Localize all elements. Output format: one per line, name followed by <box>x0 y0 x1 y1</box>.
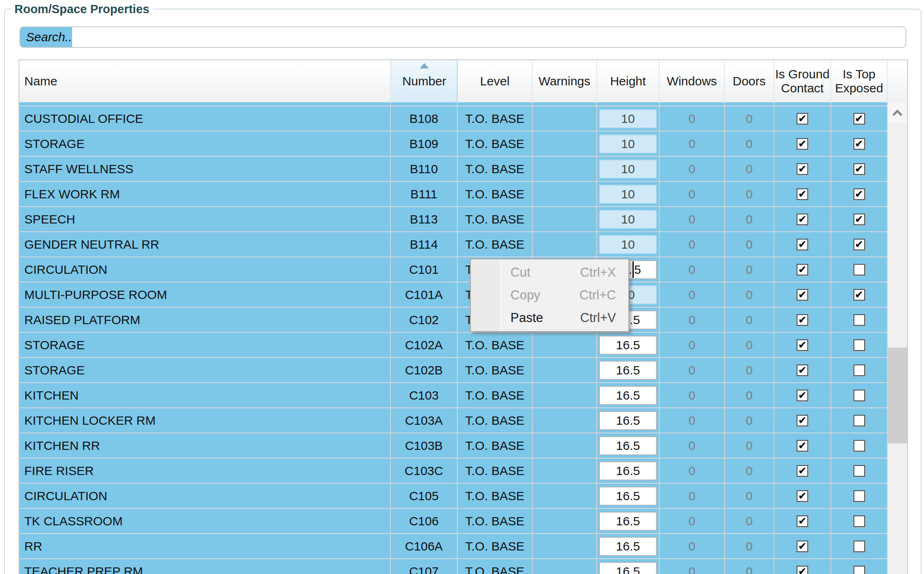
is-top-exposed-checkbox[interactable]: ✔ <box>853 239 865 250</box>
doors-count-cell: 0 <box>725 308 774 332</box>
table-row[interactable]: KITCHEN RR C103B T.O. BASE 16.5 0 0 ✔ <box>19 433 888 458</box>
scroll-up-button[interactable] <box>888 102 907 123</box>
is-ground-contact-checkbox[interactable]: ✔ <box>797 339 808 351</box>
is-ground-contact-checkbox[interactable]: ✔ <box>797 214 808 225</box>
height-input[interactable]: 16.5 <box>599 436 657 455</box>
height-input[interactable]: 16.5 <box>599 487 657 506</box>
height-input[interactable]: 16.5 <box>599 461 657 480</box>
table-row[interactable]: KITCHEN C103 T.O. BASE 16.5 0 0 ✔ <box>19 383 888 407</box>
is-top-exposed-checkbox[interactable]: ✔ <box>853 138 865 150</box>
table-row[interactable]: SPEECH B113 T.O. BASE 10 0 0 ✔ ✔ <box>19 207 888 231</box>
table-row[interactable]: TEACHER PREP RM C107 T.O. BASE 16.5 0 0 … <box>19 559 888 574</box>
is-top-exposed-checkbox[interactable] <box>853 264 865 275</box>
is-top-exposed-checkbox[interactable] <box>853 490 865 502</box>
is-ground-contact-checkbox[interactable]: ✔ <box>797 365 808 376</box>
room-number-cell: B109 <box>391 132 458 156</box>
is-ground-contact-checkbox[interactable]: ✔ <box>797 415 808 426</box>
is-top-exposed-checkbox[interactable]: ✔ <box>853 163 865 175</box>
height-input[interactable]: 16.5 <box>599 411 657 430</box>
table-row[interactable]: STORAGE C102B T.O. BASE 16.5 0 0 ✔ <box>19 358 888 382</box>
is-ground-contact-checkbox[interactable]: ✔ <box>797 138 808 150</box>
column-header-warnings[interactable]: Warnings <box>533 60 597 102</box>
warnings-cell <box>533 232 597 256</box>
is-ground-contact-checkbox[interactable]: ✔ <box>797 465 808 477</box>
height-input[interactable]: 16.5 <box>599 336 657 355</box>
height-input[interactable]: 16.5 <box>599 537 657 556</box>
is-ground-contact-checkbox[interactable]: ✔ <box>797 390 808 401</box>
is-top-exposed-checkbox[interactable] <box>853 566 865 574</box>
height-input[interactable]: 16.5 <box>599 562 657 574</box>
table-row[interactable]: TK CLASSROOM C106 T.O. BASE 16.5 0 0 ✔ <box>19 509 888 533</box>
is-top-exposed-checkbox[interactable] <box>853 440 865 452</box>
table-row[interactable]: GENDER NEUTRAL RR B114 T.O. BASE 10 0 0 … <box>19 232 888 256</box>
table-row[interactable]: CIRCULATION C105 T.O. BASE 16.5 0 0 ✔ <box>19 484 888 508</box>
table-row[interactable]: MULTI-PURPOSE ROOM C101A T.O. BASE 10 0 … <box>19 282 888 307</box>
height-input[interactable]: 10 <box>599 185 657 204</box>
table-row[interactable]: KITCHEN LOCKER RM C103A T.O. BASE 16.5 0… <box>19 408 888 433</box>
is-top-exposed-checkbox[interactable]: ✔ <box>853 113 865 125</box>
is-top-exposed-checkbox[interactable] <box>853 365 865 376</box>
is-ground-contact-checkbox[interactable]: ✔ <box>797 289 808 301</box>
column-header-name[interactable]: Name <box>19 60 391 102</box>
column-header-number[interactable]: Number <box>391 60 458 102</box>
is-top-exposed-checkbox[interactable] <box>853 314 865 326</box>
is-ground-contact-checkbox[interactable]: ✔ <box>797 515 808 527</box>
height-input[interactable]: 10 <box>599 210 657 229</box>
windows-count-cell: 0 <box>660 333 725 357</box>
table-row[interactable]: CIRCULATION C101 T.O. BASE 16.5 0 0 ✔ <box>19 257 888 282</box>
table-row[interactable]: FIRE RISER C103C T.O. BASE 16.5 0 0 ✔ <box>19 459 888 483</box>
height-input[interactable]: 10 <box>599 134 657 153</box>
is-ground-contact-checkbox[interactable]: ✔ <box>797 163 808 175</box>
column-header-is-top-exposed[interactable]: Is Top Exposed <box>831 60 888 102</box>
column-header-level[interactable]: Level <box>458 60 533 102</box>
is-ground-contact-checkbox[interactable]: ✔ <box>797 188 808 200</box>
column-header-height[interactable]: Height <box>597 60 660 102</box>
table-row[interactable]: STAFF WELLNESS B110 T.O. BASE 10 0 0 ✔ ✔ <box>19 157 888 181</box>
menu-item-label: Paste <box>510 311 543 325</box>
is-ground-contact-checkbox[interactable]: ✔ <box>797 440 808 452</box>
is-top-exposed-checkbox[interactable] <box>853 541 865 552</box>
column-header-is-ground-contact[interactable]: Is Ground Contact <box>774 60 831 102</box>
level-cell: T.O. BASE <box>458 509 533 533</box>
context-menu-item-cut[interactable]: Cut Ctrl+X <box>501 261 628 284</box>
table-row[interactable]: STORAGE B109 T.O. BASE 10 0 0 ✔ ✔ <box>19 132 888 156</box>
is-ground-contact-checkbox[interactable]: ✔ <box>797 264 808 275</box>
room-name-cell: STAFF WELLNESS <box>19 157 391 181</box>
height-input[interactable]: 16.5 <box>599 361 657 380</box>
level-cell: T.O. BASE <box>458 232 533 256</box>
table-row[interactable]: CUSTODIAL OFFICE B108 T.O. BASE 10 0 0 ✔… <box>19 106 888 131</box>
is-ground-contact-checkbox[interactable]: ✔ <box>797 113 808 125</box>
is-ground-contact-checkbox[interactable]: ✔ <box>797 239 808 250</box>
is-ground-contact-checkbox[interactable]: ✔ <box>797 314 808 326</box>
table-row[interactable]: FLEX WORK RM B111 T.O. BASE 10 0 0 ✔ ✔ <box>19 182 888 206</box>
room-number-cell: C102 <box>391 308 458 332</box>
search-input[interactable]: Search.. <box>19 26 906 48</box>
height-input[interactable]: 16.5 <box>599 512 657 531</box>
is-ground-contact-checkbox[interactable]: ✔ <box>797 490 808 502</box>
scrollbar-thumb[interactable] <box>888 348 907 443</box>
is-top-exposed-checkbox[interactable] <box>853 339 865 351</box>
room-number-cell: C105 <box>391 484 458 508</box>
is-top-exposed-checkbox[interactable] <box>853 390 865 401</box>
is-ground-contact-checkbox[interactable]: ✔ <box>797 566 808 574</box>
height-input[interactable]: 10 <box>599 160 657 179</box>
doors-count-cell: 0 <box>725 509 774 533</box>
is-top-exposed-checkbox[interactable] <box>853 465 865 477</box>
is-ground-contact-checkbox[interactable]: ✔ <box>797 541 808 552</box>
height-input[interactable]: 10 <box>599 235 657 254</box>
is-top-exposed-checkbox[interactable]: ✔ <box>853 188 865 200</box>
column-header-windows[interactable]: Windows <box>660 60 725 102</box>
height-input[interactable]: 16.5 <box>599 386 657 405</box>
column-header-doors[interactable]: Doors <box>725 60 774 102</box>
table-row[interactable]: RR C106A T.O. BASE 16.5 0 0 ✔ <box>19 534 888 558</box>
is-top-exposed-checkbox[interactable]: ✔ <box>853 214 865 225</box>
vertical-scrollbar[interactable] <box>888 102 907 574</box>
context-menu-item-copy[interactable]: Copy Ctrl+C <box>501 284 628 306</box>
context-menu-item-paste[interactable]: Paste Ctrl+V <box>501 307 628 329</box>
table-row[interactable]: STORAGE C102A T.O. BASE 16.5 0 0 ✔ <box>19 333 888 357</box>
is-top-exposed-checkbox[interactable] <box>853 515 865 527</box>
table-row[interactable]: RAISED PLATFORM C102 T.O. BASE 16.5 0 0 … <box>19 308 888 332</box>
is-top-exposed-checkbox[interactable]: ✔ <box>853 289 865 301</box>
height-input[interactable]: 10 <box>599 109 657 128</box>
is-top-exposed-checkbox[interactable] <box>853 415 865 426</box>
